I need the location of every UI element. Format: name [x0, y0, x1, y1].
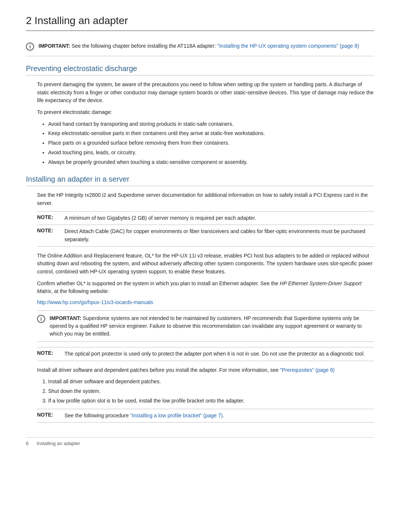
important-icon-2: i	[37, 315, 45, 323]
section-electrostatic: Preventing electrostatic discharge To pr…	[26, 64, 374, 166]
note-4-after: .	[223, 413, 224, 418]
important-body-2: Superdome systems are not intended to be…	[50, 315, 362, 337]
step-item: Install all driver software and dependen…	[48, 378, 374, 386]
page-footer: 6 Installing an adapter	[26, 437, 374, 446]
note-4-block: NOTE: See the following procedure "Insta…	[37, 409, 374, 423]
electrostatic-heading: Preventing electrostatic discharge	[26, 64, 374, 75]
important-text-1: IMPORTANT: See the following chapter bef…	[39, 42, 359, 50]
note-row-2: NOTE: Direct Attach Cable (DAC) for copp…	[37, 225, 374, 246]
important-label-1: IMPORTANT:	[39, 43, 70, 49]
install-intro-before: Install all driver software and dependen…	[37, 367, 280, 373]
note-3-block: NOTE: The optical port protector is used…	[37, 347, 374, 361]
electrostatic-sub-intro: To prevent electrostatic damage:	[37, 108, 374, 117]
note-4-before: See the following procedure	[64, 413, 130, 418]
note-row-3: NOTE: The optical port protector is used…	[37, 347, 374, 361]
bullet-item: Place parts on a grounded surface before…	[48, 139, 374, 147]
chapter-title: 2 Installing an adapter	[26, 15, 374, 31]
note-label-1: NOTE:	[37, 214, 59, 222]
note-label-3: NOTE:	[37, 350, 59, 358]
note-label-4: NOTE:	[37, 412, 59, 420]
electrostatic-bullets: Avoid hand contact by transporting and s…	[48, 120, 374, 166]
electrostatic-intro: To prevent damaging the system, be aware…	[37, 81, 374, 105]
notes-1-2-block: NOTE: A minimum of two Gigabytes (2 GB) …	[37, 211, 374, 247]
important-label-2: IMPORTANT:	[50, 315, 81, 321]
note-text-3: The optical port protector is used only …	[64, 350, 365, 358]
note-text-4: See the following procedure "Installing …	[64, 412, 224, 420]
prerequisites-link[interactable]: "Prerequisites" (page 8)	[280, 367, 335, 373]
step-item: If a low profile option slot is to be us…	[48, 397, 374, 405]
server-content: See the HP Integrity rx2800 i2 and Super…	[26, 191, 374, 422]
footer-page-number: 6	[26, 441, 29, 446]
install-steps: Install all driver software and dependen…	[48, 378, 374, 405]
confirm-before: Confirm whether OL* is supported on the …	[37, 280, 280, 286]
important-body-1: See the following chapter before install…	[71, 43, 217, 49]
electrostatic-content: To prevent damaging the system, be aware…	[26, 81, 374, 166]
note-label-2: NOTE:	[37, 228, 59, 243]
hp-url-link[interactable]: http://www.hp.com/go/hpux-11iv3-iocards-…	[37, 299, 153, 305]
important-block-1: i IMPORTANT: See the following chapter b…	[26, 38, 374, 56]
server-ol-para: The Online Addition and Replacement feat…	[37, 252, 374, 276]
important-link-1[interactable]: "Installing the HP-UX operating system c…	[217, 43, 359, 49]
bullet-item: Avoid hand contact by transporting and s…	[48, 120, 374, 128]
note-row-4: NOTE: See the following procedure "Insta…	[37, 409, 374, 423]
important-block-2: i IMPORTANT: Superdome systems are not i…	[37, 310, 374, 342]
note-row-1: NOTE: A minimum of two Gigabytes (2 GB) …	[37, 211, 374, 225]
install-intro: Install all driver software and dependen…	[37, 366, 374, 374]
low-profile-link[interactable]: "Installing a low profile bracket" (page…	[130, 413, 223, 418]
url-line: http://www.hp.com/go/hpux-11iv3-iocards-…	[37, 299, 374, 305]
step-item: Shut down the system.	[48, 387, 374, 395]
note-text-1: A minimum of two Gigabytes (2 GB) of ser…	[64, 214, 256, 222]
bullet-item: Keep electrostatic-sensitive parts in th…	[48, 129, 374, 138]
server-intro: See the HP Integrity rx2800 i2 and Super…	[37, 191, 374, 207]
section-server: Installing an adapter in a server See th…	[26, 175, 374, 422]
bullet-item: Avoid touching pins, leads, or circuitry…	[48, 149, 374, 157]
page-container: 2 Installing an adapter i IMPORTANT: See…	[0, 0, 400, 468]
note-text-2: Direct Attach Cable (DAC) for copper env…	[64, 228, 374, 243]
server-heading: Installing an adapter in a server	[26, 175, 374, 186]
server-confirm-para: Confirm whether OL* is supported on the …	[37, 280, 374, 296]
bullet-item: Always be properly grounded when touchin…	[48, 158, 374, 166]
footer-label: Installing an adapter	[37, 441, 80, 446]
important-icon-1: i	[26, 43, 34, 51]
important-text-2: IMPORTANT: Superdome systems are not int…	[50, 314, 374, 338]
confirm-after: , at the following website:	[51, 288, 109, 294]
